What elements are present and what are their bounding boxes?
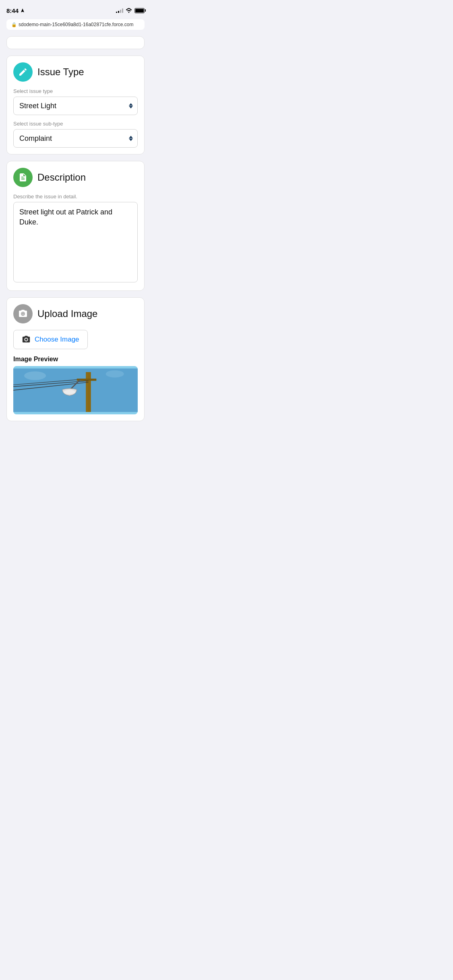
svg-point-1 <box>24 371 46 380</box>
upload-image-card: Upload Image Choose Image Image Preview <box>6 297 145 421</box>
image-preview-label: Image Preview <box>13 356 138 363</box>
wifi-icon <box>126 8 132 13</box>
camera-icon-header <box>18 309 28 319</box>
description-textarea[interactable] <box>13 202 138 282</box>
battery-icon <box>134 8 145 13</box>
description-title: Description <box>37 172 86 183</box>
pencil-icon <box>18 67 28 77</box>
status-time: 8:44 <box>6 7 25 14</box>
issue-type-header: Issue Type <box>13 62 138 82</box>
top-partial-card <box>6 36 145 49</box>
description-field-label: Describe the issue in detail. <box>13 194 138 200</box>
choose-image-button[interactable]: Choose Image <box>13 330 88 349</box>
lock-icon: 🔒 <box>11 22 17 27</box>
choose-image-label: Choose Image <box>35 336 79 344</box>
description-icon-circle <box>13 168 33 187</box>
issue-subtype-label: Select issue sub-type <box>13 121 138 127</box>
svg-point-10 <box>64 390 75 394</box>
issue-type-title: Issue Type <box>37 66 84 78</box>
navigation-icon <box>20 8 25 13</box>
upload-image-header: Upload Image <box>13 304 138 323</box>
camera-icon-button <box>22 335 31 344</box>
issue-type-icon-circle <box>13 62 33 82</box>
issue-subtype-select[interactable]: Complaint Repair Inquiry <box>13 129 138 148</box>
svg-point-2 <box>106 370 124 377</box>
issue-subtype-select-wrapper: Complaint Repair Inquiry <box>13 129 138 148</box>
signal-icon <box>116 8 123 13</box>
description-card: Description Describe the issue in detail… <box>6 161 145 291</box>
issue-type-select-wrapper: Street Light Road Sidewalk <box>13 97 138 115</box>
image-preview-container <box>13 366 138 414</box>
url-bar: 🔒 sdodemo-main-15ce609a8d1-16a02871cfe.f… <box>0 18 151 33</box>
issue-type-label: Select issue type <box>13 88 138 94</box>
scroll-content: Issue Type Select issue type Street Ligh… <box>0 33 151 429</box>
description-header: Description <box>13 168 138 187</box>
document-icon <box>18 173 28 182</box>
url-text: sdodemo-main-15ce609a8d1-16a02871cfe.for… <box>19 22 134 27</box>
status-bar: 8:44 <box>0 0 151 18</box>
status-icons <box>116 8 145 13</box>
upload-icon-circle <box>13 304 33 323</box>
issue-type-card: Issue Type Select issue type Street Ligh… <box>6 56 145 154</box>
upload-image-title: Upload Image <box>37 308 97 319</box>
issue-type-select[interactable]: Street Light Road Sidewalk <box>13 97 138 115</box>
street-light-preview-image <box>13 366 138 414</box>
